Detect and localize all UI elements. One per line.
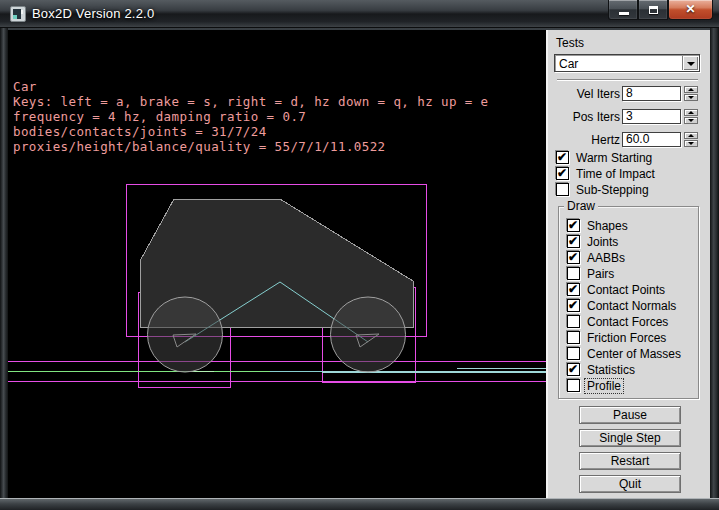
checkbox-label: Sub-Stepping [574,183,651,197]
maximize-icon [649,6,658,14]
spinner-buttons [684,86,698,101]
checkbox-label: Pairs [585,267,616,281]
checkbox-label: Time of Impact [574,167,657,181]
spinner-row: Pos Iters 3 [548,109,712,124]
checkbox-row[interactable]: Warm Starting [556,151,657,164]
info-line: Keys: left = a, brake = s, right = d, hz… [13,94,489,109]
checkbox-label: Contact Normals [585,299,678,313]
action-buttons: Pause Single Step Restart Quit [579,406,681,498]
checkbox-label: AABBs [585,251,627,265]
caption-buttons: ✕ [608,0,713,20]
solver-toggles: Warm Starting Time of Impact Sub-Steppin… [556,151,657,199]
spinner-up-button[interactable] [684,86,698,93]
checkbox-row[interactable]: AABBs [567,251,683,264]
checkbox-label: Joints [585,235,620,249]
checkbox-row[interactable]: Statistics [567,363,683,376]
checkbox-row[interactable]: Shapes [567,219,683,232]
title-bar[interactable]: Box2D Version 2.2.0 ✕ [0,0,719,28]
draw-toggles: Shapes Joints AABBs Pairs Co [567,219,683,395]
checkbox[interactable] [567,315,580,328]
checkbox-row[interactable]: Time of Impact [556,167,657,180]
app-icon-teal [13,15,17,19]
checkbox-row[interactable]: Joints [567,235,683,248]
checkbox-label: Center of Masses [585,347,683,361]
spinner-label: Vel Iters [577,87,620,101]
spinner-down-button[interactable] [684,94,698,101]
checkbox[interactable] [556,183,569,196]
tests-dropdown-button[interactable] [682,56,698,70]
checkbox[interactable] [567,347,580,360]
checkbox-label: Statistics [585,363,637,377]
tests-dropdown-value: Car [559,57,578,71]
checkbox-row[interactable]: Center of Masses [567,347,683,360]
checkbox[interactable] [567,331,580,344]
app-icon[interactable] [10,6,26,22]
info-line: Car [13,79,489,94]
checkbox[interactable] [567,267,580,280]
checkbox-row[interactable]: Profile [567,379,683,392]
checkbox-label: Friction Forces [585,331,668,345]
checkbox-label: Profile [585,379,623,393]
spinner-label: Pos Iters [573,110,620,124]
action-button[interactable]: Single Step [579,429,681,447]
checkbox[interactable] [556,151,569,164]
tests-dropdown[interactable]: Car [554,54,700,72]
action-button[interactable]: Restart [579,452,681,470]
control-panel: Tests Car Vel Iters 8 Pos Iters [546,30,710,498]
checkbox[interactable] [567,251,580,264]
checkbox-row[interactable]: Friction Forces [567,331,683,344]
simulation-canvas[interactable]: CarKeys: left = a, brake = s, right = d,… [8,30,546,498]
minimize-icon [619,12,629,15]
chevron-down-icon [687,62,695,66]
checkbox[interactable] [567,283,580,296]
checkbox-row[interactable]: Contact Points [567,283,683,296]
checkbox[interactable] [567,299,580,312]
window-border-left [0,28,8,498]
window-border-bottom [0,498,719,510]
checkbox-label: Shapes [585,219,630,233]
panel-separator [557,79,698,81]
debug-info-text: CarKeys: left = a, brake = s, right = d,… [13,34,489,154]
tests-label: Tests [556,36,584,50]
app-icon-dot [21,10,23,14]
spinner-buttons [684,132,698,147]
spinner-row: Hertz 60.0 [548,132,712,147]
checkbox-row[interactable]: Contact Forces [567,315,683,328]
checkbox-row[interactable]: Pairs [567,267,683,280]
info-line: proxies/height/balance/quality = 55/7/1/… [13,139,489,154]
spinner-input[interactable]: 60.0 [622,132,681,147]
checkbox[interactable] [567,219,580,232]
spinner-up-button[interactable] [684,132,698,139]
checkbox-row[interactable]: Contact Normals [567,299,683,312]
window-title: Box2D Version 2.2.0 [32,6,154,21]
checkbox-label: Warm Starting [574,151,654,165]
checkbox-label: Contact Forces [585,315,670,329]
spinner-input[interactable]: 3 [622,109,681,124]
close-icon: ✕ [669,2,712,16]
spinner-row: Vel Iters 8 [548,86,712,101]
checkbox[interactable] [567,363,580,376]
spinner-section: Vel Iters 8 Pos Iters 3 [548,86,712,155]
checkbox[interactable] [567,379,580,392]
checkbox[interactable] [567,235,580,248]
spinner-input[interactable]: 8 [622,86,681,101]
close-button[interactable]: ✕ [668,0,713,20]
maximize-button[interactable] [638,0,668,20]
spinner-label: Hertz [591,133,620,147]
spinner-up-button[interactable] [684,109,698,116]
draw-group-label: Draw [564,199,598,213]
spinner-down-button[interactable] [684,140,698,147]
checkbox-row[interactable]: Sub-Stepping [556,183,657,196]
checkbox[interactable] [556,167,569,180]
spinner-buttons [684,109,698,124]
action-button[interactable]: Quit [579,475,681,493]
spinner-down-button[interactable] [684,117,698,124]
minimize-button[interactable] [608,0,638,20]
info-line: frequency = 4 hz, damping ratio = 0.7 [13,109,489,124]
draw-groupbox: Draw Shapes Joints AABBs [558,206,699,399]
info-line: bodies/contacts/joints = 31/7/24 [13,124,489,139]
action-button[interactable]: Pause [579,406,681,424]
checkbox-label: Contact Points [585,283,667,297]
app-window: Box2D Version 2.2.0 ✕ [0,0,719,510]
